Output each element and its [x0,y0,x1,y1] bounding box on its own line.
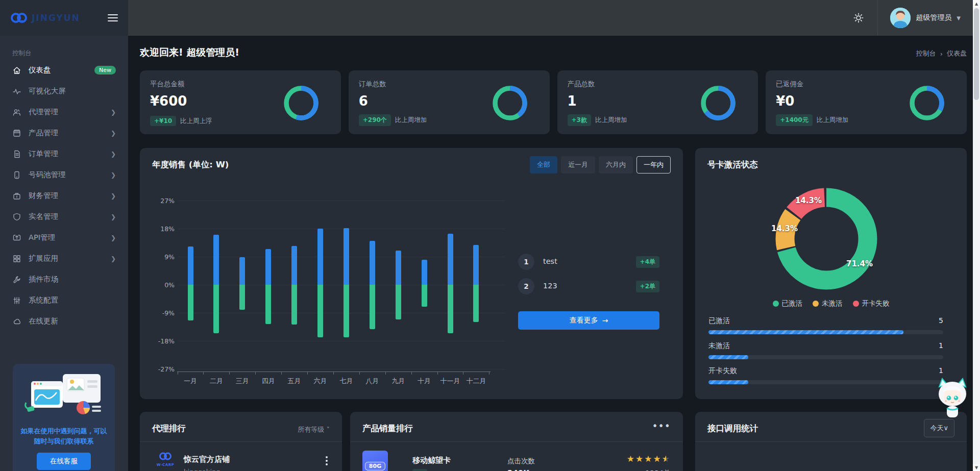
scroll-up-arrow[interactable]: ▲ [973,0,980,7]
rank-name[interactable]: 123 [543,282,557,290]
progress-label: 未激活 [708,341,730,351]
sidebar-item-online-update[interactable]: 在线更新 [0,311,128,332]
y-axis-tick: 0% [148,281,175,289]
bar-up-四月 [265,249,271,285]
sliders-icon [12,296,21,305]
chevron-down-icon: ∨ [943,424,948,432]
legend-item[interactable]: 未激活 [813,299,843,308]
stat-note: 比上周上浮 [180,117,212,126]
sidebar-item-dashboard[interactable]: 仪表盘New [0,60,128,81]
x-axis-label: 十一月 [440,377,460,386]
stat-donut-chart [908,84,946,122]
x-axis-label: 五月 [288,377,301,386]
mascot-character[interactable] [935,378,970,420]
sales-value: 1234单 [645,469,671,471]
sidebar-item-extensions[interactable]: 扩展应用❯ [0,248,128,269]
chevron-right-icon: ❯ [111,234,116,241]
topbar: 超级管理员 ▼ [128,0,973,36]
product-name[interactable]: 移动鲸望卡 [412,456,451,465]
stat-change-badge: +1400元 [776,114,812,126]
donut-slice-label: 71.4% [846,259,873,268]
sales-tab-0[interactable]: 全部 [530,156,557,173]
scrollbar-thumb[interactable] [974,8,979,100]
breadcrumb-separator: › [940,50,943,58]
sidebar-section-label: 控制台 [0,36,128,60]
user-name: 超级管理员 [916,13,951,22]
rank-name[interactable]: test [543,257,557,265]
y-axis-tick: 18% [148,225,175,233]
sidebar-item-number-pool-mgmt[interactable]: 号码池管理❯ [0,164,128,185]
ellipsis-menu-icon[interactable]: ••• [652,420,671,431]
sidebar-item-product-mgmt[interactable]: 产品管理❯ [0,122,128,143]
sidebar-item-api-mgmt[interactable]: API管理❯ [0,227,128,248]
breadcrumb-root[interactable]: 控制台 [916,49,936,58]
online-support-button[interactable]: 在线客服 [37,453,91,470]
scrollbar[interactable]: ▲ ▼ [973,0,980,471]
chevron-right-icon: ❯ [111,130,116,137]
bar-up-九月 [396,251,401,285]
product-thumbnail[interactable]: 80G [362,451,388,471]
view-more-button[interactable]: 查看更多 → [518,311,659,330]
x-axis-tick [437,371,438,375]
box-icon [12,129,21,138]
bar-up-八月 [370,241,375,285]
x-axis-tick [178,371,178,375]
chevron-down-icon: ▼ [957,15,961,21]
cloud-icon [12,317,21,326]
bar-up-七月 [344,228,349,285]
sidebar-item-label: 插件市场 [29,275,116,284]
sales-tab-1[interactable]: 近一月 [561,156,595,173]
card-activation-panel: 号卡激活状态 71.4%14.3%14.3% 已激活未激活开卡失败 已激活5未激… [695,148,967,399]
api-calls-title: 接口调用统计 [707,423,758,434]
api-calls-panel: 接口调用统计 今天∨ [695,412,967,471]
x-axis-tick [411,371,412,375]
theme-toggle-icon[interactable] [853,12,864,23]
x-axis-tick [385,371,386,375]
sidebar-item-order-mgmt[interactable]: 订单管理❯ [0,143,128,164]
progress-value: 1 [939,366,943,375]
page-title: 欢迎回来! 超级管理员! [140,46,239,59]
agent-ranking-panel: 代理排行 所有等级 ˅ W-CARP 惊云官方店铺 kinggaking [140,412,342,471]
agent-name[interactable]: 惊云官方店铺 [184,455,230,464]
x-axis-line [177,371,491,372]
sidebar-item-agent-mgmt[interactable]: 代理管理❯ [0,102,128,122]
chevron-right-icon: ❯ [111,213,116,220]
legend-label: 已激活 [782,299,803,308]
x-axis-label: 九月 [391,377,405,386]
agent-level-filter[interactable]: 所有等级 ˅ [298,425,330,434]
progress-track [708,380,943,384]
support-illustration [23,370,105,421]
bar-down-九月 [396,285,401,319]
bar-up-三月 [239,257,245,285]
scroll-down-arrow[interactable]: ▼ [973,464,980,471]
stat-change-badge: +290个 [359,114,391,126]
annual-sales-panel: 年度销售 (单位: W) 全部近一月六月内一年内 27%18%9%0%-9%-1… [140,148,683,399]
sales-tab-3[interactable]: 一年内 [636,156,671,173]
sidebar-item-visual-screen[interactable]: 可视化大屏 [0,81,128,102]
sidebar-item-system-config[interactable]: 系统配置 [0,290,128,311]
api-range-select[interactable]: 今天∨ [924,419,954,437]
stat-card-2: 产品总数1+3款比上周增加 [557,70,758,134]
stat-note: 比上周增加 [395,116,427,125]
kebab-menu-icon[interactable] [326,455,328,467]
sidebar-item-label: 在线更新 [29,316,116,326]
legend-item[interactable]: 已激活 [773,299,803,308]
app-logo[interactable]: JINGYUN [10,12,80,24]
user-menu[interactable]: 超级管理员 ▼ [877,0,973,36]
clicks-label: 点击次数 [507,457,535,466]
sales-range-tabs: 全部近一月六月内一年内 [530,156,671,173]
sidebar-item-finance-mgmt[interactable]: 财务管理❯ [0,185,128,206]
progress-track [708,355,943,359]
new-badge: New [94,66,116,75]
sales-tab-2[interactable]: 六月内 [599,156,633,173]
gridline [179,229,505,229]
product-sales-panel: 产品销量排行 ••• 80G 移动鲸望卡 点击次数 240K ★★★★★ 123… [350,412,683,471]
y-axis-tick: -9% [148,309,175,316]
sidebar-toggle-icon[interactable] [108,12,118,23]
legend-label: 未激活 [822,299,843,308]
sidebar-item-plugin-market[interactable]: 插件市场 [0,269,128,290]
x-axis-tick [255,371,256,375]
sidebar-item-realname-mgmt[interactable]: 实名管理❯ [0,206,128,227]
star-icon: ★ [627,454,635,464]
legend-item[interactable]: 开卡失败 [853,299,890,308]
